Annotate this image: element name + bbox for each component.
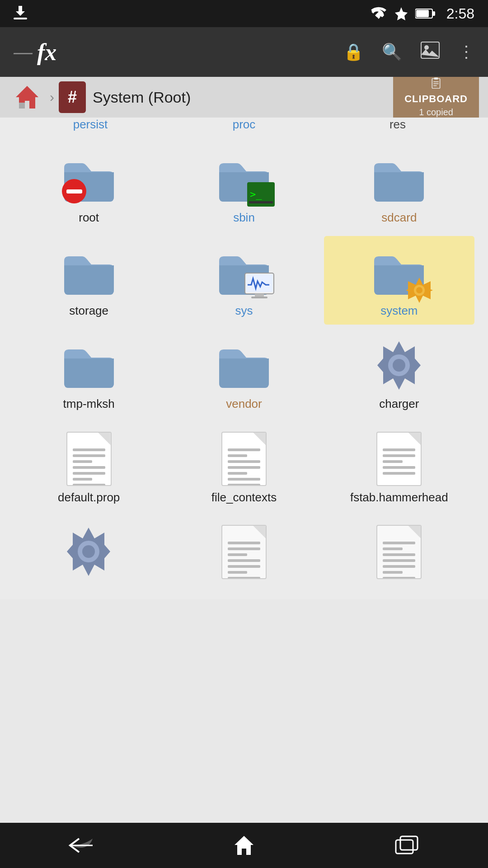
svg-rect-32 (396, 840, 413, 854)
back-button[interactable] (54, 832, 108, 859)
svg-rect-2 (416, 10, 429, 17)
file-sdcard[interactable]: sdcard (324, 143, 474, 231)
file-charger2[interactable] (14, 516, 164, 590)
app-logo: — fx (14, 39, 56, 66)
svg-point-30 (82, 545, 95, 558)
file-vendor[interactable]: vendor (169, 329, 319, 418)
svg-rect-14 (66, 189, 82, 193)
file-root[interactable]: root (14, 143, 164, 231)
wifi-icon (370, 6, 387, 21)
file-file-contexts[interactable]: file_contexts (169, 423, 319, 511)
more-icon[interactable]: ⋮ (458, 42, 474, 61)
file-grid: root >_ sbin sdca (0, 134, 488, 599)
svg-marker-31 (235, 836, 253, 855)
home-button[interactable] (9, 79, 45, 115)
folder-res[interactable]: res (321, 118, 474, 134)
image-icon[interactable] (420, 41, 440, 63)
battery-icon (415, 7, 435, 20)
svg-rect-33 (400, 836, 418, 850)
file-sbin[interactable]: >_ sbin (169, 143, 319, 231)
svg-text:>_: >_ (250, 189, 262, 200)
file-tmp-mksh[interactable]: tmp-mksh (14, 329, 164, 418)
svg-rect-9 (434, 77, 438, 79)
breadcrumb-bar: › # System (Root) CLIPBOARD 1 copied (0, 77, 488, 118)
download-icon (14, 6, 27, 21)
svg-point-24 (416, 287, 422, 293)
file-init-rc[interactable] (169, 516, 319, 590)
svg-rect-7 (19, 103, 25, 108)
svg-rect-0 (14, 18, 27, 19)
status-bar: 2:58 (0, 0, 488, 27)
toolbar: — fx 🔒 🔍 ⋮ (0, 27, 488, 77)
file-charger[interactable]: charger (324, 329, 474, 418)
svg-rect-20 (255, 294, 264, 297)
clipboard-badge[interactable]: CLIPBOARD 1 copied (393, 77, 479, 118)
svg-rect-19 (246, 274, 273, 292)
file-system[interactable]: system (324, 236, 474, 325)
recent-button[interactable] (380, 832, 434, 859)
file-default-prop[interactable]: default.prop (14, 423, 164, 511)
breadcrumb-path: System (Root) (93, 89, 191, 106)
svg-point-5 (424, 45, 429, 50)
file-sys[interactable]: sys (169, 236, 319, 325)
folder-proc[interactable]: proc (167, 118, 321, 134)
svg-rect-3 (432, 11, 435, 16)
folder-persist[interactable]: persist (14, 118, 167, 134)
breadcrumb-current[interactable]: # (59, 81, 86, 113)
svg-rect-16 (249, 201, 273, 203)
search-icon[interactable]: 🔍 (382, 42, 402, 61)
breadcrumb-chevron: › (50, 90, 54, 105)
svg-rect-21 (251, 297, 267, 298)
file-init2-rc[interactable] (324, 516, 474, 590)
top-partial-row: persist proc res (0, 118, 488, 134)
status-time: 2:58 (446, 5, 474, 22)
airplane-icon (394, 6, 408, 21)
bottom-nav (0, 823, 488, 868)
svg-point-27 (393, 359, 405, 372)
home-button[interactable] (217, 832, 271, 859)
file-fstab-hammerhead[interactable]: fstab.hammerhead (324, 423, 474, 511)
file-storage[interactable]: storage (14, 236, 164, 325)
lock-icon[interactable]: 🔒 (343, 42, 364, 61)
